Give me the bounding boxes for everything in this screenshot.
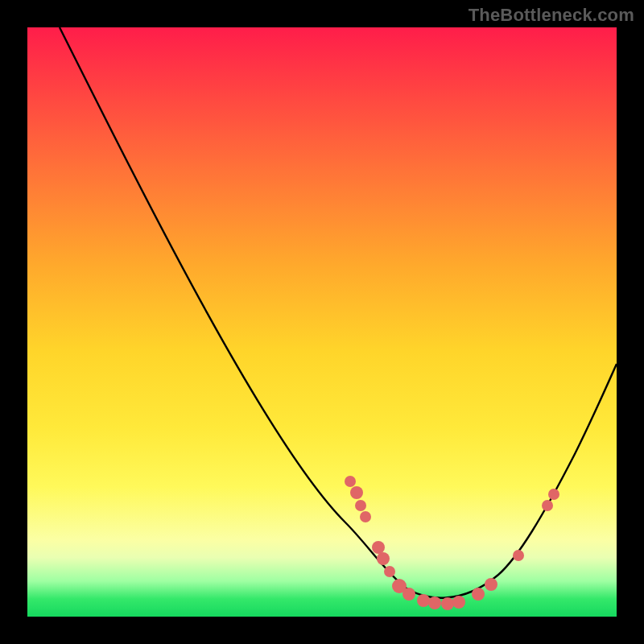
curve-dot — [441, 597, 454, 610]
curve-layer — [27, 27, 617, 617]
curve-dot — [513, 550, 524, 561]
curve-markers — [345, 476, 559, 610]
chart-stage: TheBottleneck.com — [0, 0, 644, 644]
plot-area — [27, 27, 617, 617]
curve-dot — [417, 594, 430, 607]
curve-dot — [355, 500, 366, 511]
watermark-text: TheBottleneck.com — [469, 5, 634, 26]
curve-dot — [472, 588, 485, 601]
bottleneck-curve — [60, 27, 617, 598]
curve-dot — [548, 489, 559, 500]
curve-dot — [377, 552, 390, 565]
curve-dot — [384, 566, 395, 577]
curve-dot — [485, 578, 497, 591]
curve-dot — [345, 476, 356, 487]
curve-dot — [372, 541, 385, 554]
curve-dot — [350, 486, 363, 499]
curve-dot — [452, 596, 465, 609]
curve-dot — [360, 511, 371, 522]
curve-dot — [428, 597, 441, 609]
curve-dot — [542, 500, 553, 511]
curve-dot — [402, 588, 415, 601]
